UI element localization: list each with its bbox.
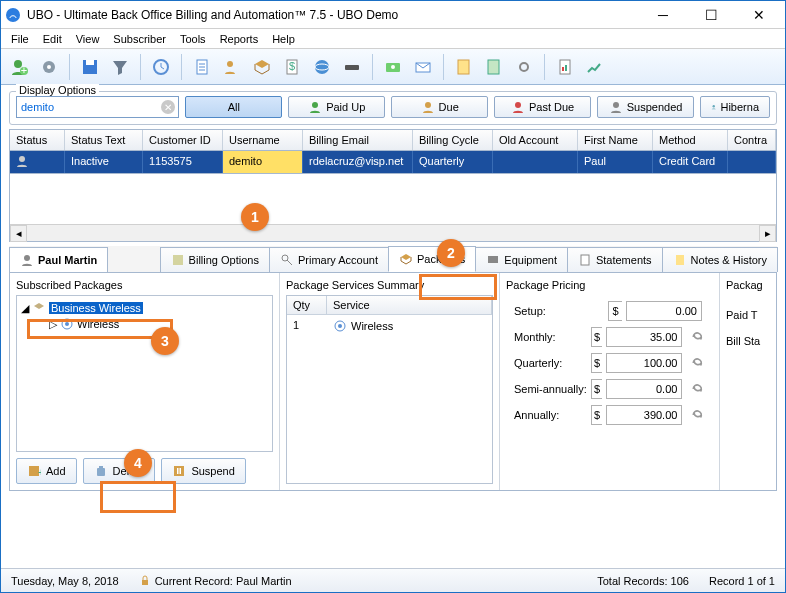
right-bill-label: Bill Sta xyxy=(726,335,770,347)
tab-billing-options[interactable]: Billing Options xyxy=(160,247,270,272)
service-row[interactable]: 1 Wireless xyxy=(287,315,492,337)
subscriber-grid: Status Status Text Customer ID Username … xyxy=(9,129,777,242)
scroll-left-icon[interactable]: ◂ xyxy=(10,225,27,242)
setup-input[interactable] xyxy=(626,301,702,321)
filter-paidup-button[interactable]: Paid Up xyxy=(288,96,385,118)
svg-point-17 xyxy=(391,65,395,69)
svg-point-10 xyxy=(227,61,233,67)
callout-1: 1 xyxy=(241,203,269,231)
search-input[interactable] xyxy=(16,96,179,118)
mail-icon[interactable] xyxy=(409,53,437,81)
col-custid[interactable]: Customer ID xyxy=(143,130,223,150)
refresh-monthly-icon[interactable] xyxy=(690,328,705,346)
filter-hibernate-button[interactable]: Hiberna xyxy=(700,96,770,118)
maximize-button[interactable]: ☐ xyxy=(689,4,733,26)
menu-reports[interactable]: Reports xyxy=(214,31,265,47)
grid-hscrollbar[interactable]: ◂ ▸ xyxy=(10,224,776,241)
user-gear-icon[interactable] xyxy=(218,53,246,81)
semi-input[interactable] xyxy=(606,379,682,399)
col-service[interactable]: Service xyxy=(327,296,492,314)
menu-tools[interactable]: Tools xyxy=(174,31,212,47)
filter-all-button[interactable]: All xyxy=(185,96,282,118)
package-node-icon xyxy=(32,301,46,315)
monthly-input[interactable] xyxy=(606,327,682,347)
price-row-annually: Annually:$ xyxy=(514,405,705,425)
package-icon[interactable] xyxy=(248,53,276,81)
menu-file[interactable]: File xyxy=(5,31,35,47)
link-icon[interactable] xyxy=(510,53,538,81)
col-contra[interactable]: Contra xyxy=(728,130,776,150)
filter-icon[interactable] xyxy=(106,53,134,81)
col-first[interactable]: First Name xyxy=(578,130,653,150)
svg-rect-35 xyxy=(676,255,684,265)
quarterly-input[interactable] xyxy=(606,353,682,373)
report-icon[interactable] xyxy=(551,53,579,81)
col-status[interactable]: Status xyxy=(10,130,65,150)
refresh-annually-icon[interactable] xyxy=(690,406,705,424)
close-button[interactable]: ✕ xyxy=(737,4,781,26)
add-package-button[interactable]: +Add xyxy=(16,458,77,484)
scroll-right-icon[interactable]: ▸ xyxy=(759,225,776,242)
filter-due-button[interactable]: Due xyxy=(391,96,488,118)
tab-statements[interactable]: Statements xyxy=(567,247,663,272)
svg-point-26 xyxy=(515,102,521,108)
tree-expand-icon[interactable]: ▷ xyxy=(49,318,57,331)
tab-notes-history[interactable]: Notes & History xyxy=(662,247,778,272)
callout-2: 2 xyxy=(437,239,465,267)
menu-edit[interactable]: Edit xyxy=(37,31,68,47)
svg-point-25 xyxy=(425,102,431,108)
tab-equipment[interactable]: Equipment xyxy=(475,247,568,272)
cell-qty: 1 xyxy=(287,315,327,337)
invoice-icon[interactable]: $ xyxy=(278,53,306,81)
payment-icon[interactable] xyxy=(379,53,407,81)
document-icon[interactable] xyxy=(188,53,216,81)
price-row-semi: Semi-annually:$ xyxy=(514,379,705,399)
main-toolbar: + $ xyxy=(1,49,785,85)
menu-view[interactable]: View xyxy=(70,31,106,47)
tab-primary-account[interactable]: Primary Account xyxy=(269,247,389,272)
globe-icon[interactable] xyxy=(308,53,336,81)
ticket-add-icon[interactable] xyxy=(480,53,508,81)
history-icon[interactable] xyxy=(147,53,175,81)
gear-icon[interactable] xyxy=(35,53,63,81)
annually-input[interactable] xyxy=(606,405,682,425)
refresh-semi-icon[interactable] xyxy=(690,380,705,398)
price-row-setup: Setup:$ xyxy=(514,301,705,321)
statements-icon xyxy=(578,253,592,267)
status-date: Tuesday, May 8, 2018 xyxy=(11,575,119,587)
cell-custid: 1153575 xyxy=(143,151,223,173)
refresh-quarterly-icon[interactable] xyxy=(690,354,705,372)
menu-help[interactable]: Help xyxy=(266,31,301,47)
package-tree[interactable]: ◢ Business Wireless ▷ Wireless xyxy=(16,295,273,452)
tree-node-root[interactable]: ◢ Business Wireless xyxy=(21,300,268,316)
add-user-icon[interactable]: + xyxy=(5,53,33,81)
suspend-icon xyxy=(172,464,186,478)
filter-suspended-button[interactable]: Suspended xyxy=(597,96,694,118)
menu-subscriber[interactable]: Subscriber xyxy=(107,31,172,47)
menu-bar: File Edit View Subscriber Tools Reports … xyxy=(1,29,785,49)
svg-text:+: + xyxy=(21,64,27,76)
subscriber-name-tab: Paul Martin xyxy=(9,247,108,272)
modem-icon[interactable] xyxy=(338,53,366,81)
user-icon xyxy=(20,253,34,267)
col-cycle[interactable]: Billing Cycle xyxy=(413,130,493,150)
right-cutoff-panel: Packag Paid T Bill Sta xyxy=(720,273,776,490)
tree-collapse-icon[interactable]: ◢ xyxy=(21,302,29,315)
col-method[interactable]: Method xyxy=(653,130,728,150)
subscribed-title: Subscribed Packages xyxy=(16,279,273,291)
filter-pastdue-button[interactable]: Past Due xyxy=(494,96,591,118)
chart-icon[interactable] xyxy=(581,53,609,81)
suspend-package-button[interactable]: Suspend xyxy=(161,458,245,484)
col-oldacct[interactable]: Old Account xyxy=(493,130,578,150)
col-qty[interactable]: Qty xyxy=(287,296,327,314)
svg-rect-44 xyxy=(180,468,182,474)
grid-row-selected[interactable]: Inactive 1153575 demito rdelacruz@visp.n… xyxy=(10,151,776,174)
svg-point-29 xyxy=(19,156,25,162)
save-icon[interactable] xyxy=(76,53,104,81)
minimize-button[interactable]: ─ xyxy=(641,4,685,26)
col-statustext[interactable]: Status Text xyxy=(65,130,143,150)
display-options-legend: Display Options xyxy=(16,84,99,96)
col-email[interactable]: Billing Email xyxy=(303,130,413,150)
col-username[interactable]: Username xyxy=(223,130,303,150)
note-add-icon[interactable] xyxy=(450,53,478,81)
